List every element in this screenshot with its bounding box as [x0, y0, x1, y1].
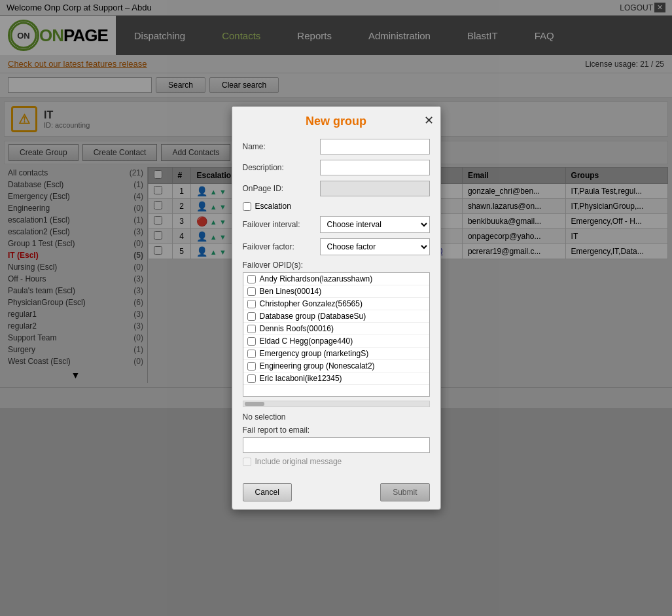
failover-item-checkbox[interactable] — [247, 325, 256, 333]
failover-opids-label: Failover OPID(s): — [243, 261, 430, 270]
failover-item-checkbox[interactable] — [247, 312, 256, 321]
escalation-checkbox[interactable] — [243, 202, 251, 211]
escalation-row: Escalation — [243, 202, 430, 211]
failover-item-checkbox[interactable] — [247, 300, 256, 308]
failover-factor-label: Failover factor: — [243, 242, 315, 251]
failover-item-checkbox[interactable] — [247, 287, 256, 296]
failover-interval-row: Failover interval: Choose interval — [243, 216, 430, 233]
modal-close-button[interactable]: ✕ — [424, 113, 434, 128]
failover-item-checkbox[interactable] — [247, 337, 256, 346]
description-label: Description: — [243, 163, 315, 172]
failover-factor-row: Failover factor: Choose factor — [243, 238, 430, 255]
failover-list-item: Christopher Gonzalez(56565) — [243, 298, 429, 310]
modal-overlay: New group ✕ Name: Description: OnPage ID… — [0, 0, 672, 408]
onpage-id-input — [320, 181, 430, 196]
escalation-label: Escalation — [255, 202, 291, 211]
name-label: Name: — [243, 142, 315, 151]
modal-title: New group — [306, 115, 366, 128]
failover-item-label: Database group (DatabaseSu) — [260, 312, 366, 321]
failover-item-label: Dennis Roofs(00016) — [260, 324, 334, 333]
name-row: Name: — [243, 139, 430, 154]
failover-item-checkbox[interactable] — [247, 362, 256, 371]
failover-factor-select[interactable]: Choose factor — [320, 238, 430, 255]
failover-list: Andy Richardson(lazarusshawn) Ben Lines(… — [243, 272, 430, 397]
description-input[interactable] — [320, 160, 430, 175]
failover-item-label: Eric Iacaboni(ike12345) — [260, 374, 342, 383]
failover-interval-label: Failover interval: — [243, 220, 315, 229]
failover-list-item: Eric Iacaboni(ike12345) — [243, 372, 429, 385]
failover-list-item: Eldad C Hegg(onpage440) — [243, 335, 429, 348]
failover-item-label: Andy Richardson(lazarusshawn) — [260, 274, 373, 283]
failover-item-label: Emergency group (marketingS) — [260, 349, 369, 358]
failover-list-item: Andy Richardson(lazarusshawn) — [243, 273, 429, 285]
failover-interval-select[interactable]: Choose interval — [320, 216, 430, 233]
failover-item-checkbox[interactable] — [247, 374, 256, 383]
name-input[interactable] — [320, 139, 430, 154]
modal-header: New group ✕ — [232, 107, 440, 132]
failover-list-item: Database group (DatabaseSu) — [243, 310, 429, 323]
failover-list-item: Engineering group (Nonescalat2) — [243, 360, 429, 372]
failover-item-label: Christopher Gonzalez(56565) — [260, 299, 363, 308]
failover-list-item: Emergency group (marketingS) — [243, 348, 429, 360]
onpage-id-label: OnPage ID: — [243, 184, 315, 193]
horizontal-scroll — [243, 401, 430, 407]
failover-list-item: Dennis Roofs(00016) — [243, 323, 429, 335]
failover-item-checkbox[interactable] — [247, 350, 256, 358]
failover-item-checkbox[interactable] — [247, 275, 256, 283]
new-group-modal: New group ✕ Name: Description: OnPage ID… — [232, 106, 441, 408]
failover-item-label: Ben Lines(00014) — [260, 287, 322, 296]
scroll-thumb — [245, 402, 264, 406]
description-row: Description: — [243, 160, 430, 175]
failover-item-label: Eldad C Hegg(onpage440) — [260, 336, 353, 346]
modal-body: Name: Description: OnPage ID: Escalation… — [232, 132, 440, 408]
failover-item-label: Engineering group (Nonescalat2) — [260, 361, 375, 371]
onpage-id-row: OnPage ID: — [243, 181, 430, 196]
failover-list-item: Ben Lines(00014) — [243, 285, 429, 298]
